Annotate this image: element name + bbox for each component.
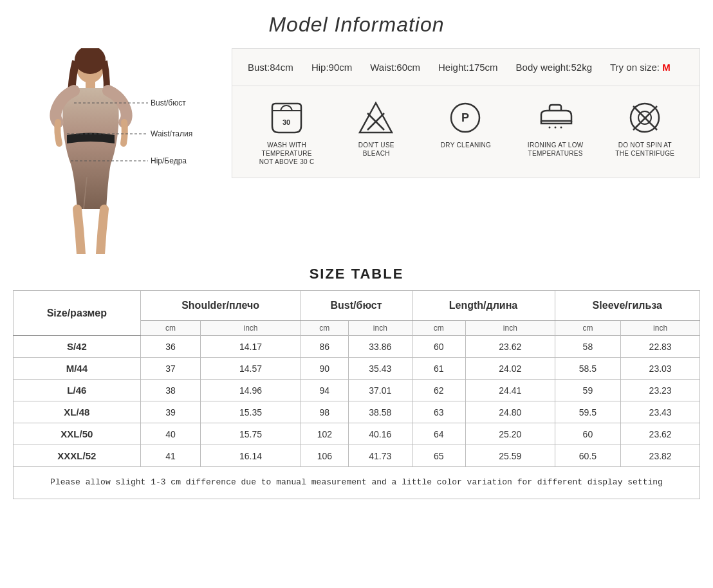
info-panel: Bust:84cm Hip:90cm Waist:60cm Height:175… — [232, 48, 700, 178]
iron-icon — [538, 100, 573, 136]
cell-row4-col5: 64 — [412, 423, 466, 445]
cell-row2-col5: 62 — [412, 380, 466, 401]
model-image-area: Bust/бюст Waist/талия Hip/Бедра — [13, 48, 232, 254]
model-neck — [86, 80, 95, 89]
model-leg-left — [77, 209, 81, 254]
cell-row1-col0: M/44 — [14, 358, 141, 380]
care-item-dry: P DRY CLEANING — [434, 100, 498, 149]
top-section: Bust/бюст Waist/талия Hip/Бедра Bust:84c… — [13, 48, 700, 254]
cell-row3-col6: 24.80 — [466, 401, 555, 423]
cell-row3-col3: 98 — [301, 401, 348, 423]
cell-row0-col4: 33.86 — [349, 336, 412, 358]
cell-row0-col6: 23.62 — [466, 336, 555, 358]
cell-row5-col8: 23.82 — [621, 445, 700, 467]
size-table-title: SIZE TABLE — [13, 266, 700, 282]
wash-icon: 30 — [269, 100, 304, 136]
page-wrapper: Model Information — [0, 0, 713, 512]
cell-row1-col3: 90 — [301, 358, 348, 380]
cell-row0-col1: 36 — [140, 336, 201, 358]
bust-label: Bust/бюст — [151, 98, 186, 107]
model-dress — [62, 88, 118, 209]
model-leg-right — [100, 209, 104, 254]
cell-row0-col5: 60 — [412, 336, 466, 358]
cell-row2-col1: 38 — [140, 380, 201, 401]
waist-measurement: Waist:60cm — [370, 62, 420, 73]
hip-label: Hip/Бедра — [151, 156, 187, 165]
spin-label: DO NOT SPIN AT THE CENTRIFUGE — [613, 141, 677, 158]
cell-row1-col2: 14.57 — [201, 358, 301, 380]
size-table-section: SIZE TABLE Size/размер Shoulder/плечо Bu… — [13, 266, 700, 499]
svg-point-7 — [554, 127, 556, 129]
cell-row3-col4: 38.58 — [349, 401, 412, 423]
cell-row2-col8: 23.23 — [621, 380, 700, 401]
svg-point-8 — [560, 127, 562, 129]
cell-row0-col8: 22.83 — [621, 336, 700, 358]
svg-text:P: P — [461, 111, 469, 124]
cell-row0-col0: S/42 — [14, 336, 141, 358]
svg-text:30: 30 — [282, 118, 290, 126]
model-arm-left — [57, 122, 59, 143]
model-figure-svg: Bust/бюст Waist/талия Hip/Бедра — [13, 48, 232, 254]
cell-row2-col3: 94 — [301, 380, 348, 401]
note-cell: Please allow slight 1-3 cm difference du… — [14, 467, 700, 499]
cell-row1-col5: 61 — [412, 358, 466, 380]
cell-row0-col7: 58 — [555, 336, 621, 358]
page-title: Model Information — [13, 13, 700, 37]
body-weight: Body weight:52kg — [516, 62, 592, 73]
cell-row4-col1: 40 — [140, 423, 201, 445]
no-spin-icon — [627, 100, 663, 136]
cell-row1-col1: 37 — [140, 358, 201, 380]
table-row: XXL/504015.7510240.166425.206023.62 — [14, 423, 700, 445]
cell-row4-col8: 23.62 — [621, 423, 700, 445]
unit-sl-in: inch — [621, 321, 700, 336]
cell-row1-col6: 24.02 — [466, 358, 555, 380]
cell-row0-col2: 14.17 — [201, 336, 301, 358]
cell-row4-col2: 15.75 — [201, 423, 301, 445]
cell-row3-col2: 15.35 — [201, 401, 301, 423]
cell-row4-col7: 60 — [555, 423, 621, 445]
cell-row2-col6: 24.41 — [466, 380, 555, 401]
cell-row5-col4: 41.73 — [349, 445, 412, 467]
cell-row1-col8: 23.03 — [621, 358, 700, 380]
cell-row0-col3: 86 — [301, 336, 348, 358]
col-sleeve: Sleeve/гильза — [555, 291, 699, 321]
care-item-iron: IRONING AT LOW TEMPERATURES — [523, 100, 588, 158]
table-row: L/463814.969437.016224.415923.23 — [14, 380, 700, 401]
cell-row5-col2: 16.14 — [201, 445, 301, 467]
iron-label: IRONING AT LOW TEMPERATURES — [523, 141, 588, 158]
cell-row3-col5: 63 — [412, 401, 466, 423]
no-bleach-icon — [358, 100, 394, 136]
care-item-spin: DO NOT SPIN AT THE CENTRIFUGE — [613, 100, 677, 158]
bust-measurement: Bust:84cm — [248, 62, 293, 73]
cell-row5-col6: 25.59 — [466, 445, 555, 467]
dry-clean-icon: P — [448, 100, 483, 136]
height-measurement: Height:175cm — [438, 62, 498, 73]
cell-row3-col7: 59.5 — [555, 401, 621, 423]
cell-row4-col0: XXL/50 — [14, 423, 141, 445]
cell-row2-col7: 59 — [555, 380, 621, 401]
table-row: S/423614.178633.866023.625822.83 — [14, 336, 700, 358]
bleach-label: DON'T USE BLEACH — [344, 141, 409, 158]
dry-clean-label: DRY CLEANING — [441, 141, 491, 149]
table-row: XXXL/524116.1410641.736525.5960.523.82 — [14, 445, 700, 467]
care-item-bleach: DON'T USE BLEACH — [344, 100, 409, 158]
cell-row3-col0: XL/48 — [14, 401, 141, 423]
wash-label: WASH WITH TEMPERATURE NOT ABOVE 30 C — [255, 141, 319, 166]
unit-sh-in: inch — [201, 321, 301, 336]
unit-bu-cm: cm — [301, 321, 348, 336]
size-table: Size/размер Shoulder/плечо Bust/бюст Len… — [13, 290, 700, 499]
cell-row5-col5: 65 — [412, 445, 466, 467]
cell-row2-col2: 14.96 — [201, 380, 301, 401]
measurements-row: Bust:84cm Hip:90cm Waist:60cm Height:175… — [232, 49, 699, 86]
col-shoulder: Shoulder/плечо — [140, 291, 301, 321]
cell-row2-col4: 37.01 — [349, 380, 412, 401]
hip-measurement: Hip:90cm — [311, 62, 352, 73]
cell-row5-col1: 41 — [140, 445, 201, 467]
svg-marker-1 — [360, 103, 392, 133]
cell-row5-col0: XXXL/52 — [14, 445, 141, 467]
size-table-body: S/423614.178633.866023.625822.83M/443714… — [14, 336, 700, 467]
care-icons-row: 30 WASH WITH TEMPERATURE NOT ABOVE 30 C … — [232, 86, 699, 178]
cell-row3-col1: 39 — [140, 401, 201, 423]
unit-sh-cm: cm — [140, 321, 201, 336]
cell-row5-col7: 60.5 — [555, 445, 621, 467]
